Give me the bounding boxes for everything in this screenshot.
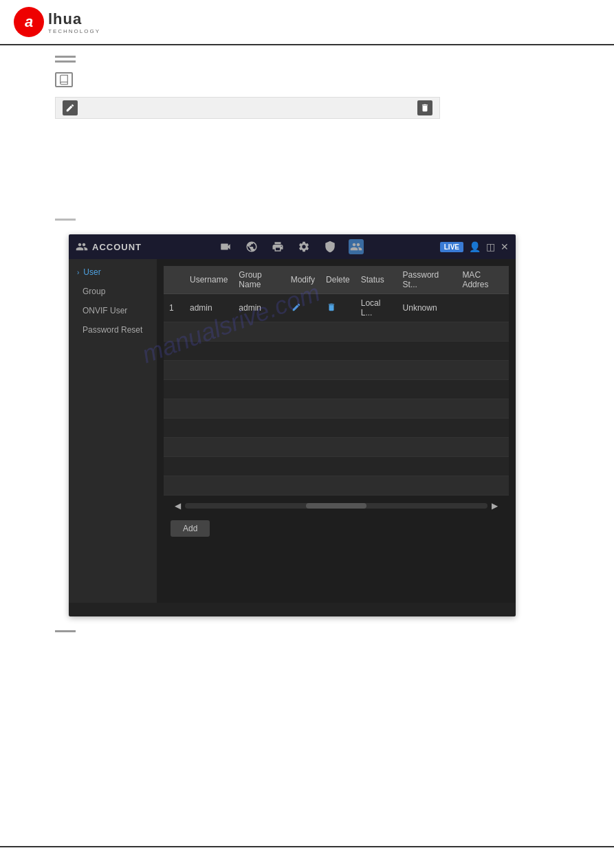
row-groupname: admin [233, 294, 285, 322]
layout-icon[interactable]: ◫ [486, 241, 495, 252]
topbar-right: LIVE 👤 ◫ ✕ [440, 241, 509, 252]
logo: a lhua TECHNOLOGY [14, 7, 100, 37]
scrollbar-track[interactable] [185, 503, 487, 509]
table-row-empty [164, 476, 509, 496]
table-row-empty [164, 457, 509, 476]
row-username: admin [184, 294, 233, 322]
toolbar-strip [55, 97, 440, 119]
body-text-area [55, 129, 600, 219]
step-line-mid [55, 219, 76, 221]
page-header: a lhua TECHNOLOGY [0, 0, 614, 45]
camera-icon[interactable] [218, 239, 233, 254]
sidebar-item-password-reset[interactable]: Password Reset [69, 320, 157, 340]
logo-sub: TECHNOLOGY [48, 28, 100, 34]
close-icon[interactable]: ✕ [501, 241, 509, 252]
sidebar-item-group[interactable]: Group [69, 282, 157, 301]
sidebar-label-user: User [83, 267, 100, 277]
sidebar-label-onvif: ONVIF User [83, 306, 127, 315]
scroll-right-icon[interactable]: ▶ [487, 501, 502, 511]
bottom-step-line [55, 630, 76, 632]
bottom-step-lines [55, 630, 600, 632]
add-user-button[interactable]: Add [171, 520, 210, 537]
scrollbar-thumb[interactable] [306, 503, 366, 509]
row-modify[interactable] [285, 294, 320, 322]
step-line-2 [55, 60, 76, 63]
col-status: Status [355, 266, 397, 294]
table-row-empty [164, 361, 509, 380]
account-group: ACCOUNT [76, 241, 142, 253]
mid-step-lines [55, 219, 600, 221]
row-password-status: Unknown [397, 294, 457, 322]
bottom-border [0, 846, 614, 847]
dvr-screen: ACCOUNT [69, 234, 516, 616]
row-mac [457, 294, 509, 322]
shield-icon[interactable] [322, 239, 338, 254]
col-delete: Delete [320, 266, 355, 294]
main-content: ACCOUNT [0, 45, 614, 645]
sidebar-label-group: Group [83, 287, 105, 296]
gear-icon[interactable] [296, 239, 311, 254]
info-box [55, 69, 600, 90]
dvr-content-panel: Username Group Name Modify Delete Status… [157, 259, 516, 603]
sidebar-item-onvif[interactable]: ONVIF User [69, 301, 157, 320]
user-icon-small[interactable]: 👤 [469, 241, 481, 252]
col-username: Username [184, 266, 233, 294]
dvr-topbar: ACCOUNT [69, 234, 516, 259]
table-row-empty [164, 438, 509, 457]
edit-button[interactable] [63, 100, 78, 115]
step-lines-top [55, 56, 600, 63]
scrollbar-area: ◀ ▶ [164, 498, 509, 513]
dvr-bottombar [69, 603, 516, 616]
logo-icon: a [14, 7, 44, 37]
user-active-icon[interactable] [349, 239, 364, 254]
col-mac: MAC Addres [457, 266, 509, 294]
dvr-main-area: › User Group ONVIF User Password Reset [69, 259, 516, 603]
globe-icon[interactable] [244, 239, 259, 254]
delete-button[interactable] [417, 100, 432, 115]
topbar-left: ACCOUNT [76, 241, 142, 253]
book-icon [55, 72, 73, 87]
table-header-row: Username Group Name Modify Delete Status… [164, 266, 509, 294]
live-badge: LIVE [440, 242, 463, 252]
table-row-empty [164, 419, 509, 438]
logo-name: lhua [48, 10, 82, 27]
scroll-left-icon[interactable]: ◀ [171, 501, 185, 511]
row-delete[interactable] [320, 294, 355, 322]
user-table: Username Group Name Modify Delete Status… [164, 266, 509, 496]
topbar-center [218, 239, 364, 254]
table-row-empty [164, 399, 509, 419]
col-password-status: Password St... [397, 266, 457, 294]
table-row-empty [164, 380, 509, 399]
printer-icon[interactable] [270, 239, 285, 254]
table-row-empty [164, 342, 509, 361]
topbar-title: ACCOUNT [92, 242, 142, 252]
delete-row-icon[interactable] [326, 302, 337, 313]
row-status: Local L... [355, 294, 397, 322]
col-modify: Modify [285, 266, 320, 294]
col-num [164, 266, 184, 294]
sidebar-item-user[interactable]: › User [69, 263, 157, 282]
table-row: 1 admin admin [164, 294, 509, 322]
step-line-1 [55, 56, 76, 58]
sidebar-label-password-reset: Password Reset [83, 325, 142, 335]
row-num: 1 [164, 294, 184, 322]
dvr-sidebar: › User Group ONVIF User Password Reset [69, 259, 157, 603]
footer-actions: Add [164, 513, 509, 544]
table-row-empty [164, 322, 509, 342]
chevron-right-icon: › [77, 269, 79, 276]
col-groupname: Group Name [233, 266, 285, 294]
modify-icon[interactable] [291, 302, 302, 313]
